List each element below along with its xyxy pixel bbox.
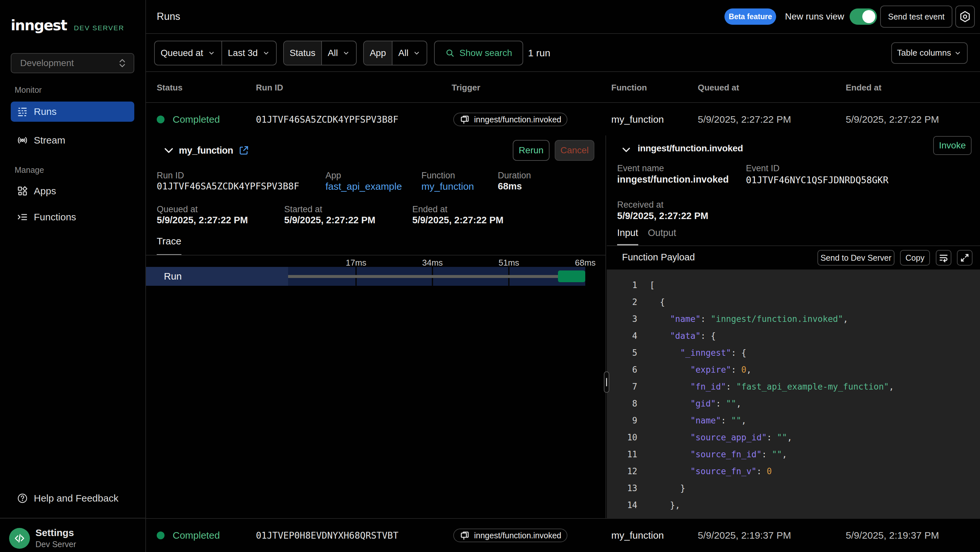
run-id-cell: 01JTVEP0H8EVDNYXH68QRSTVBT <box>256 530 398 541</box>
event-icon <box>460 114 474 125</box>
expand-button[interactable] <box>957 250 972 266</box>
status-cell: Completed <box>157 530 220 541</box>
environment-select[interactable]: Development <box>11 53 134 73</box>
sidebar-item-label: Apps <box>34 185 56 196</box>
settings-title: Settings <box>35 527 76 538</box>
field-app: Appfast_api_example <box>326 171 402 192</box>
ended-at-cell: 5/9/2025, 2:27:22 PM <box>846 114 939 125</box>
sidebar-item-runs[interactable]: Runs <box>11 102 134 122</box>
code-text: "source_fn_id": "", <box>650 446 787 463</box>
status-text: Completed <box>173 530 220 541</box>
sidebar-section-manage: Manage <box>14 165 44 175</box>
field-value: 5/9/2025, 2:27:22 PM <box>284 215 375 225</box>
tab-output[interactable]: Output <box>648 228 676 246</box>
event-id-label: Event ID <box>746 163 780 174</box>
code-line: 5 "_inngest": { <box>607 345 980 361</box>
send-test-event-button[interactable]: Send test event <box>880 6 952 28</box>
panel-splitter-handle[interactable] <box>604 372 609 393</box>
environment-select-value: Development <box>20 58 118 69</box>
new-runs-view-toggle[interactable] <box>850 8 877 25</box>
event-icon <box>460 530 474 541</box>
field-value: 68ms <box>498 181 531 192</box>
code-line: 13 } <box>607 480 980 497</box>
help-icon <box>17 493 28 504</box>
field-value[interactable]: fast_api_example <box>326 181 402 192</box>
sidebar-item-functions[interactable]: Functions <box>11 207 134 227</box>
invoke-button[interactable]: Invoke <box>933 136 972 155</box>
copy-button[interactable]: Copy <box>900 250 930 266</box>
field-label: App <box>326 171 402 180</box>
trigger-cell: inngest/function.invoked <box>453 528 567 542</box>
code-text: "expire": 0, <box>650 361 751 378</box>
line-number: 7 <box>607 378 637 395</box>
filter-status-group: Status All <box>283 41 357 65</box>
rerun-button[interactable]: Rerun <box>513 140 549 161</box>
field-value: 5/9/2025, 2:27:22 PM <box>412 215 504 225</box>
code-line: 6 "expire": 0, <box>607 361 980 378</box>
inngest-logo: inngest <box>11 17 67 34</box>
show-search-button[interactable]: Show search <box>434 41 523 65</box>
code-text: [ <box>650 277 655 294</box>
event-tabs: InputOutput <box>617 228 686 246</box>
expand-icon <box>959 252 970 263</box>
tab-trace[interactable]: Trace <box>157 236 181 255</box>
status-text: Completed <box>173 114 220 125</box>
sidebar-item-label: Runs <box>34 106 57 117</box>
trace-row-label: Run <box>146 267 288 286</box>
tab-input[interactable]: Input <box>617 228 638 246</box>
event-name-label: Event name <box>617 163 664 174</box>
apps-icon <box>17 185 28 196</box>
code-text: "source_app_id": "", <box>650 429 792 446</box>
filter-app-value-button[interactable]: All <box>393 41 426 65</box>
settings[interactable]: Settings Dev Server <box>9 527 76 549</box>
payload-title: Function Payload <box>622 252 695 263</box>
sidebar-item-stream[interactable]: Stream <box>11 130 134 150</box>
trigger-name: inngest/function.invoked <box>474 115 561 124</box>
word-wrap-icon <box>939 252 949 263</box>
toggle-knob <box>862 10 875 23</box>
filter-queued-at-button[interactable]: Queued at <box>155 41 221 65</box>
table-columns-button[interactable]: Table columns <box>891 42 968 64</box>
sidebar-item-label: Functions <box>34 212 76 223</box>
filter-status-value-button[interactable]: All <box>322 41 356 65</box>
external-link-icon[interactable] <box>238 145 250 156</box>
chevron-down-icon <box>342 49 350 57</box>
field-label: Started at <box>284 204 375 214</box>
filter-time-range-button[interactable]: Last 3d <box>222 41 276 65</box>
line-number: 10 <box>607 429 637 446</box>
word-wrap-button[interactable] <box>936 250 951 266</box>
payload-code-editor[interactable]: 1[2 {3 "name": "inngest/function.invoked… <box>607 270 980 518</box>
code-line: 12 "source_fn_v": 0 <box>607 463 980 480</box>
payload-header: Function Payload Send to Dev Server Copy <box>607 246 980 269</box>
status-dot <box>157 531 164 539</box>
trace-timeline-row[interactable]: Run <box>146 267 585 286</box>
run-function-name: my_function <box>179 145 233 156</box>
chevron-down-icon <box>262 49 270 57</box>
table-row[interactable]: Completed01JTVF46SA5ZCDK4YPFSPV3B8Finnge… <box>146 104 980 136</box>
field-function: Functionmy_function <box>422 171 474 192</box>
settings-meta: Settings Dev Server <box>35 527 76 549</box>
collapse-chevron-icon[interactable] <box>620 144 632 157</box>
code-text: "_inngest": { <box>650 345 746 361</box>
trace-track <box>288 267 585 286</box>
line-number: 14 <box>607 497 637 514</box>
code-text: }, <box>650 497 680 514</box>
sidebar-item-help-and-feedback[interactable]: Help and Feedback <box>11 488 134 508</box>
code-text: "gid": "", <box>650 395 741 412</box>
column-header-ended-at: Ended at <box>846 82 881 93</box>
send-to-dev-server-button[interactable]: Send to Dev Server <box>818 250 894 266</box>
sidebar-item-apps[interactable]: Apps <box>11 181 134 201</box>
event-title: inngest/function.invoked <box>638 143 743 154</box>
filter-app-label: App <box>364 41 392 65</box>
cancel-button[interactable]: Cancel <box>555 140 594 161</box>
chevron-down-icon <box>413 49 421 57</box>
field-value[interactable]: my_function <box>422 181 474 192</box>
settings-gear-button[interactable] <box>955 6 975 28</box>
status-dot <box>157 116 164 123</box>
trigger-chip[interactable]: inngest/function.invoked <box>453 528 567 542</box>
sidebar-item-label: Stream <box>34 135 65 146</box>
collapse-chevron-icon[interactable] <box>162 144 175 157</box>
trigger-chip[interactable]: inngest/function.invoked <box>453 113 567 126</box>
tick-label-17ms: 17ms <box>346 258 366 268</box>
table-row[interactable]: Completed01JTVEP0H8EVDNYXH68QRSTVBTinnge… <box>146 518 980 552</box>
